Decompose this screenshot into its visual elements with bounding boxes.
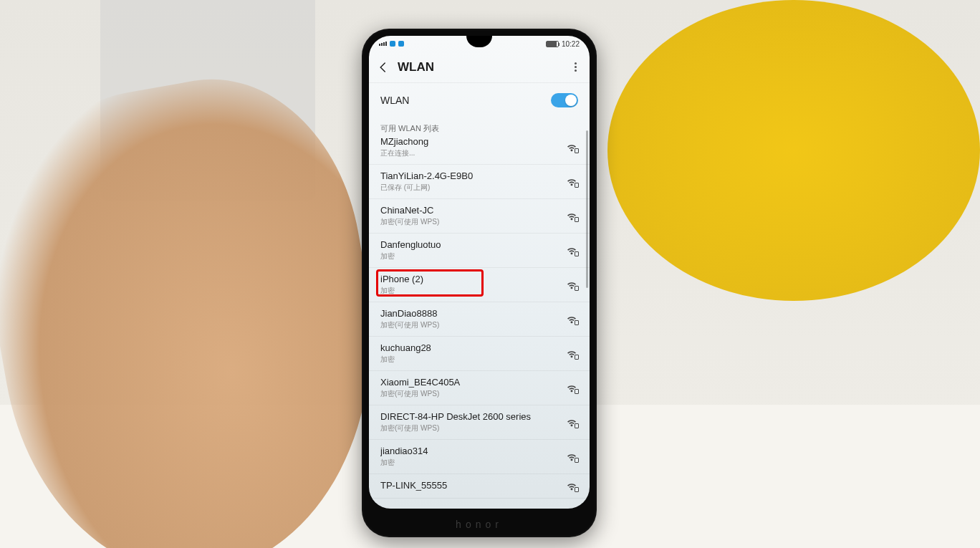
wifi-icon <box>565 481 578 491</box>
more-menu-button[interactable] <box>568 60 582 74</box>
page-title: WLAN <box>398 60 568 74</box>
network-name: Xiaomi_BE4C405A <box>380 377 565 388</box>
sim-icon-2 <box>398 41 404 47</box>
network-name: jiandiao314 <box>380 446 565 456</box>
network-subtitle: 加密(可使用 WPS) <box>380 389 565 399</box>
network-text: MZjiachong正在连接... <box>380 136 565 158</box>
wifi-icon <box>565 246 578 256</box>
network-item[interactable]: kuchuang28加密 <box>369 337 590 371</box>
network-scroll-area[interactable]: MZjiachong正在连接...TianYiLian-2.4G-E9B0已保存… <box>369 130 590 509</box>
lock-icon <box>575 389 579 394</box>
network-name: JianDiao8888 <box>380 308 565 319</box>
network-name: ChinaNet-JC <box>380 205 565 216</box>
network-text: Xiaomi_BE4C405A加密(可使用 WPS) <box>380 377 565 399</box>
wifi-icon <box>565 349 578 359</box>
network-name: TianYiLian-2.4G-E9B0 <box>380 170 565 181</box>
network-subtitle: 加密(可使用 WPS) <box>380 320 565 330</box>
wifi-icon <box>565 177 578 187</box>
network-text: ChinaNet-JC加密(可使用 WPS) <box>380 205 565 227</box>
network-text: kuchuang28加密 <box>380 342 565 365</box>
network-subtitle: 加密(可使用 WPS) <box>380 423 565 433</box>
network-subtitle: 加密 <box>380 355 565 365</box>
back-button[interactable] <box>376 60 390 74</box>
lock-icon <box>575 183 579 188</box>
phone-screen: 10:22 WLAN WLAN 可用 WLAN 列表 MZjiacho <box>369 36 590 509</box>
wifi-icon <box>565 314 578 325</box>
network-text: jiandiao314加密 <box>380 446 565 468</box>
network-name: TP-LINK_55555 <box>380 480 565 491</box>
arrow-left-icon <box>377 61 390 74</box>
network-name: MZjiachong <box>380 136 565 147</box>
battery-icon <box>546 41 559 47</box>
lock-icon <box>575 217 579 222</box>
network-text: DIRECT-84-HP DeskJet 2600 series加密(可使用 W… <box>380 411 565 433</box>
network-text: iPhone (2)加密 <box>380 274 565 296</box>
wifi-icon <box>565 418 578 428</box>
kebab-dot-icon <box>575 62 577 64</box>
network-list: MZjiachong正在连接...TianYiLian-2.4G-E9B0已保存… <box>369 130 590 499</box>
network-subtitle: 正在连接... <box>380 148 565 158</box>
phone-body: 10:22 WLAN WLAN 可用 WLAN 列表 MZjiacho <box>362 29 597 537</box>
network-text: JianDiao8888加密(可使用 WPS) <box>380 308 565 330</box>
scrollbar[interactable] <box>586 130 588 288</box>
network-item[interactable]: TianYiLian-2.4G-E9B0已保存 (可上网) <box>369 165 590 199</box>
network-text: TianYiLian-2.4G-E9B0已保存 (可上网) <box>380 170 565 193</box>
toggle-knob <box>565 95 577 106</box>
lock-icon <box>575 251 579 256</box>
lock-icon <box>575 320 579 325</box>
network-subtitle: 已保存 (可上网) <box>380 183 565 193</box>
network-subtitle: 加密(可使用 WPS) <box>380 217 565 227</box>
lock-icon <box>575 148 579 153</box>
network-text: TP-LINK_55555 <box>380 480 565 492</box>
network-name: DIRECT-84-HP DeskJet 2600 series <box>380 411 565 422</box>
lock-icon <box>575 355 579 360</box>
network-subtitle: 加密 <box>380 286 565 296</box>
wifi-icon <box>565 211 578 221</box>
network-item[interactable]: jiandiao314加密 <box>369 440 590 474</box>
lock-icon <box>575 487 579 492</box>
wifi-icon <box>565 452 578 462</box>
network-item[interactable]: DIRECT-84-HP DeskJet 2600 series加密(可使用 W… <box>369 405 590 440</box>
kebab-dot-icon <box>575 69 577 72</box>
network-subtitle: 加密 <box>380 458 565 468</box>
lock-icon <box>575 286 579 291</box>
status-time: 10:22 <box>562 40 580 48</box>
network-item[interactable]: ChinaNet-JC加密(可使用 WPS) <box>369 199 590 234</box>
phone-brand-label: honor <box>362 519 597 530</box>
network-name: kuchuang28 <box>380 342 565 353</box>
signal-icon <box>379 42 387 46</box>
sim-icon <box>390 41 395 47</box>
wifi-icon <box>565 280 578 290</box>
wifi-icon <box>565 143 578 153</box>
network-name: Danfengluotuo <box>380 239 565 250</box>
network-item[interactable]: JianDiao8888加密(可使用 WPS) <box>369 302 590 337</box>
network-item[interactable]: TP-LINK_55555 <box>369 474 590 499</box>
network-item[interactable]: iPhone (2)加密 <box>369 268 590 302</box>
wlan-toggle[interactable] <box>551 93 578 107</box>
wifi-icon <box>565 383 578 393</box>
kebab-dot-icon <box>575 66 577 68</box>
lock-icon <box>575 458 579 463</box>
network-subtitle: 加密 <box>380 251 565 261</box>
network-name: iPhone (2) <box>380 274 565 284</box>
network-text: Danfengluotuo加密 <box>380 239 565 261</box>
lock-icon <box>575 423 579 428</box>
screen-header: WLAN <box>369 52 590 83</box>
network-item[interactable]: Xiaomi_BE4C405A加密(可使用 WPS) <box>369 371 590 405</box>
status-left <box>379 41 404 47</box>
network-item[interactable]: Danfengluotuo加密 <box>369 234 590 268</box>
status-right: 10:22 <box>546 40 580 48</box>
network-item[interactable]: MZjiachong正在连接... <box>369 130 590 165</box>
yellow-vase <box>607 0 980 301</box>
wlan-toggle-label: WLAN <box>380 95 409 106</box>
wlan-toggle-row: WLAN <box>369 83 590 117</box>
